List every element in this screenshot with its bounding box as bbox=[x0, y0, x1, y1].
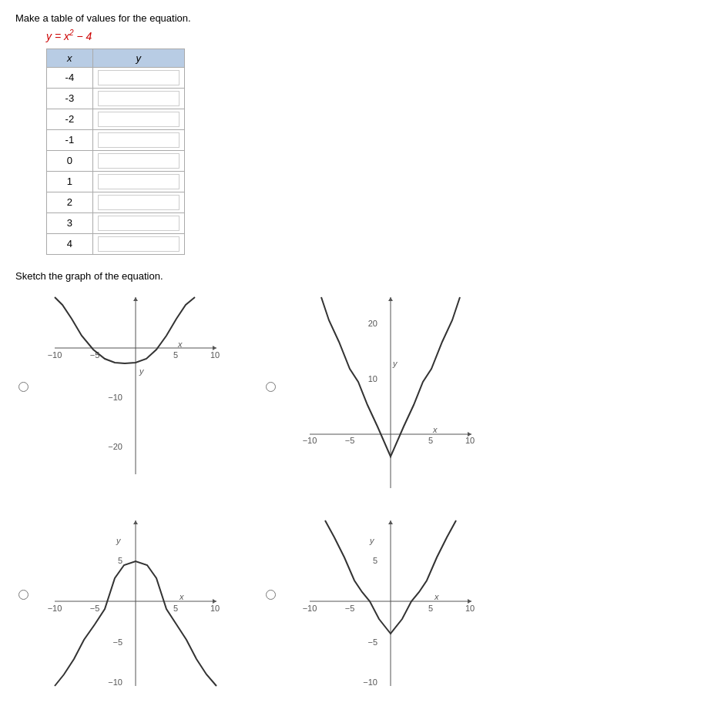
table-y-cell[interactable] bbox=[92, 88, 184, 109]
table-y-cell[interactable] bbox=[92, 212, 184, 233]
table-x-cell: 1 bbox=[47, 171, 93, 192]
table-x-cell: -1 bbox=[47, 129, 93, 150]
svg-text:5: 5 bbox=[173, 350, 178, 360]
table-x-cell: 4 bbox=[47, 233, 93, 254]
svg-text:y: y bbox=[392, 359, 398, 368]
table-row: 0 bbox=[47, 150, 185, 171]
svg-text:−5: −5 bbox=[112, 637, 122, 647]
y-input--4[interactable] bbox=[98, 70, 179, 85]
svg-text:5: 5 bbox=[428, 604, 433, 613]
radio-top-left[interactable] bbox=[18, 382, 29, 392]
table-y-cell[interactable] bbox=[92, 109, 184, 129]
table-y-cell[interactable] bbox=[92, 171, 184, 192]
table-x-cell: 3 bbox=[47, 212, 93, 233]
graph-option-bottom-right: −10 −5 5 10 x 5 −5 −10 y bbox=[263, 513, 495, 698]
svg-text:−10: −10 bbox=[108, 393, 122, 402]
svg-text:y: y bbox=[116, 536, 122, 545]
table-row: 2 bbox=[47, 192, 185, 212]
svg-text:−10: −10 bbox=[48, 604, 62, 613]
col-x-header: x bbox=[47, 49, 93, 67]
table-row: -4 bbox=[47, 67, 185, 88]
svg-text:−10: −10 bbox=[363, 678, 377, 687]
svg-text:−5: −5 bbox=[367, 637, 377, 647]
y-input-0[interactable] bbox=[98, 153, 179, 169]
table-y-cell[interactable] bbox=[92, 192, 184, 212]
table-y-cell[interactable] bbox=[92, 150, 184, 171]
table-y-cell[interactable] bbox=[92, 67, 184, 88]
table-x-cell: -3 bbox=[47, 88, 93, 109]
svg-text:10: 10 bbox=[465, 604, 475, 613]
table-row: 1 bbox=[47, 171, 185, 192]
svg-text:−5: −5 bbox=[90, 604, 100, 613]
y-input--1[interactable] bbox=[98, 132, 179, 148]
values-table: x y -4 -3 -2 -1 0 1 2 3 4 bbox=[46, 49, 185, 255]
y-input-2[interactable] bbox=[98, 195, 179, 210]
graph-option-top-left: −10 −5 5 10 x −10 −20 y bbox=[15, 289, 232, 490]
bottom-graphs-row: −10 −5 5 10 x 5 −5 −10 y bbox=[15, 513, 495, 705]
svg-text:5: 5 bbox=[373, 556, 377, 565]
svg-text:−10: −10 bbox=[48, 350, 62, 360]
graph-option-top-right: −10 −5 5 10 x 10 20 y bbox=[263, 289, 495, 505]
svg-marker-50 bbox=[388, 520, 393, 524]
graph-top-left: −10 −5 5 10 x −10 −20 y bbox=[32, 289, 232, 490]
graph-top-right: −10 −5 5 10 x 10 20 y bbox=[279, 289, 495, 505]
y-input-3[interactable] bbox=[98, 216, 179, 231]
table-row: -1 bbox=[47, 129, 185, 150]
col-y-header: y bbox=[92, 49, 184, 67]
svg-marker-24 bbox=[388, 297, 393, 301]
y-input--2[interactable] bbox=[98, 112, 179, 127]
svg-text:−5: −5 bbox=[345, 436, 355, 445]
svg-text:−10: −10 bbox=[108, 678, 122, 687]
svg-text:10: 10 bbox=[368, 374, 377, 383]
svg-text:10: 10 bbox=[210, 350, 220, 360]
sketch-instruction: Sketch the graph of the equation. bbox=[15, 270, 713, 282]
table-y-cell[interactable] bbox=[92, 233, 184, 254]
svg-text:x: x bbox=[434, 592, 439, 601]
svg-text:−5: −5 bbox=[345, 604, 355, 613]
graph-bottom-right: −10 −5 5 10 x 5 −5 −10 y bbox=[279, 513, 495, 698]
radio-bottom-left[interactable] bbox=[18, 590, 29, 600]
graphs-container: −10 −5 5 10 x −10 −20 y bbox=[15, 289, 713, 705]
y-input-1[interactable] bbox=[98, 174, 179, 189]
table-x-cell: -2 bbox=[47, 109, 93, 129]
table-row: -3 bbox=[47, 88, 185, 109]
y-input-4[interactable] bbox=[98, 236, 179, 252]
svg-text:−10: −10 bbox=[303, 436, 317, 445]
table-x-cell: 2 bbox=[47, 192, 93, 212]
y-input--3[interactable] bbox=[98, 91, 179, 106]
top-graphs-row: −10 −5 5 10 x −10 −20 y bbox=[15, 289, 495, 513]
svg-text:y: y bbox=[369, 536, 375, 545]
radio-top-right[interactable] bbox=[266, 382, 276, 392]
table-row: -2 bbox=[47, 109, 185, 129]
svg-text:20: 20 bbox=[368, 319, 377, 328]
make-table-instruction: Make a table of values for the equation. bbox=[15, 12, 713, 24]
graph-option-bottom-left: −10 −5 5 10 x 5 −5 −10 y bbox=[15, 513, 232, 698]
equation-display: y = x2 − 4 bbox=[46, 28, 713, 42]
radio-bottom-right[interactable] bbox=[266, 590, 276, 600]
table-x-cell: 0 bbox=[47, 150, 93, 171]
svg-text:−10: −10 bbox=[303, 604, 317, 613]
svg-text:10: 10 bbox=[210, 604, 220, 613]
svg-text:−20: −20 bbox=[108, 442, 122, 451]
table-row: 3 bbox=[47, 212, 185, 233]
table-y-cell[interactable] bbox=[92, 129, 184, 150]
svg-text:x: x bbox=[179, 592, 184, 601]
svg-marker-37 bbox=[133, 520, 138, 524]
svg-text:x: x bbox=[432, 425, 438, 434]
svg-text:5: 5 bbox=[118, 556, 122, 565]
svg-text:5: 5 bbox=[173, 604, 178, 613]
svg-text:x: x bbox=[177, 340, 183, 349]
table-row: 4 bbox=[47, 233, 185, 254]
table-x-cell: -4 bbox=[47, 67, 93, 88]
svg-text:5: 5 bbox=[428, 436, 433, 445]
svg-text:10: 10 bbox=[465, 436, 475, 445]
graph-bottom-left: −10 −5 5 10 x 5 −5 −10 y bbox=[32, 513, 232, 698]
